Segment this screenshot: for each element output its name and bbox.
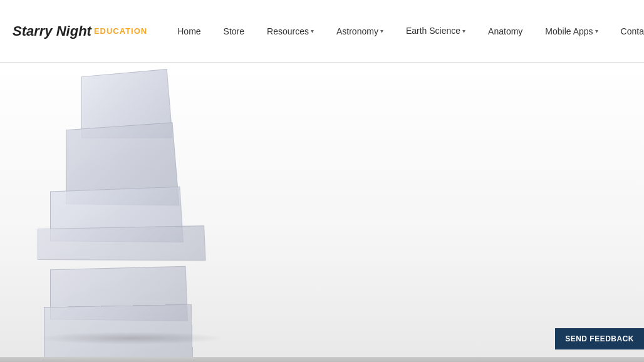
nav-item-contact-us[interactable]: Contact Us — [610, 21, 644, 41]
nav-item-earth-science[interactable]: Earth Science ▾ — [395, 20, 477, 41]
nav-label-earth-science: Earth Science — [406, 25, 460, 36]
nav-label-resources: Resources — [267, 26, 309, 36]
nav-item-astronomy[interactable]: Astronomy ▾ — [325, 21, 395, 41]
nav-label-contact-us: Contact Us — [621, 26, 644, 36]
nav-item-home[interactable]: Home — [166, 21, 212, 41]
nav-label-home: Home — [177, 26, 200, 36]
chevron-down-icon: ▾ — [380, 28, 383, 34]
book-base — [38, 225, 206, 261]
nav-item-anatomy[interactable]: Anatomy — [477, 21, 534, 41]
main-content — [0, 63, 644, 362]
nav-item-mobile-apps[interactable]: Mobile Apps ▾ — [534, 21, 609, 41]
nav-label-anatomy: Anatomy — [488, 26, 522, 36]
chevron-down-icon: ▾ — [595, 28, 598, 34]
nav-label-store: Store — [224, 26, 244, 36]
nav-links: Home Store Resources ▾ Astronomy ▾ Earth… — [166, 20, 644, 41]
chevron-down-icon: ▾ — [462, 27, 465, 35]
logo-education-text: EDUCATION — [94, 26, 147, 36]
nav-label-mobile-apps: Mobile Apps — [545, 26, 593, 36]
stack-shadow — [38, 332, 226, 344]
navbar: Starry Night EDUCATION Home Store Resour… — [0, 0, 644, 63]
chevron-down-icon: ▾ — [311, 28, 314, 34]
hero-book-stack — [31, 69, 226, 351]
logo[interactable]: Starry Night EDUCATION — [13, 23, 147, 39]
nav-item-store[interactable]: Store — [212, 21, 256, 41]
nav-label-astronomy: Astronomy — [336, 26, 378, 36]
bottom-bar — [0, 357, 644, 362]
send-feedback-button[interactable]: SEND FEEDBACK — [555, 328, 644, 349]
nav-item-resources[interactable]: Resources ▾ — [256, 21, 325, 41]
logo-starry-text: Starry Night — [13, 23, 91, 39]
